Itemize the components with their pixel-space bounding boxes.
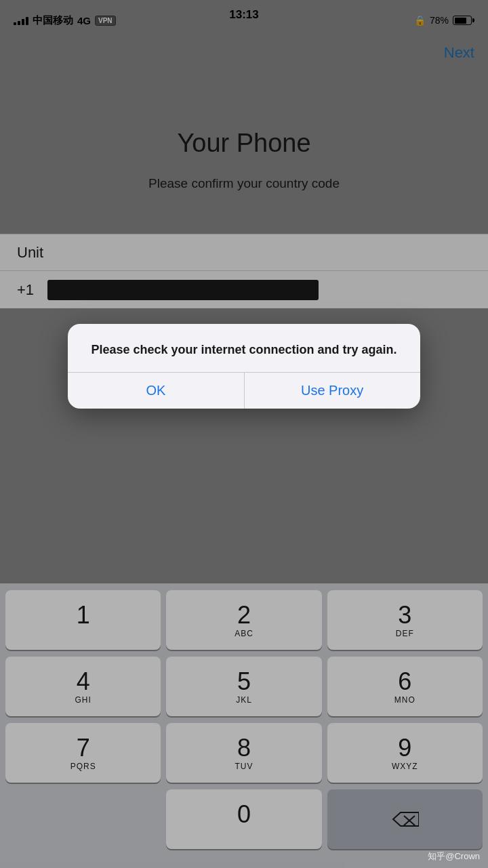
dialog-message: Please check your internet connection an… xyxy=(87,342,401,358)
dialog-overlay: Please check your internet connection an… xyxy=(0,0,488,868)
watermark: 知乎@Crown xyxy=(428,850,480,863)
dialog-content: Please check your internet connection an… xyxy=(68,324,420,372)
use-proxy-button[interactable]: Use Proxy xyxy=(244,372,420,409)
ok-button[interactable]: OK xyxy=(68,372,244,409)
dialog-buttons: OK Use Proxy xyxy=(68,372,420,409)
alert-dialog: Please check your internet connection an… xyxy=(68,324,420,409)
